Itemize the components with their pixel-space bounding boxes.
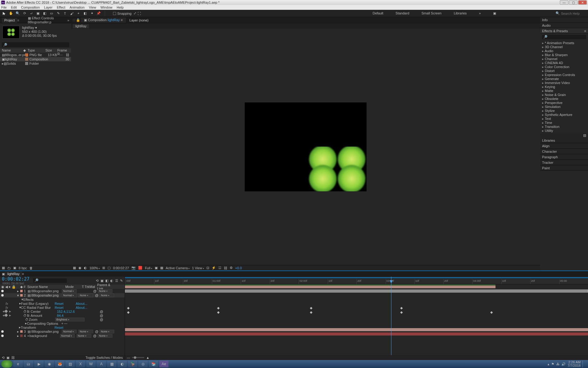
panel-effects-presets[interactable]: Effects & Presets ≡ [540,28,588,34]
brainstorm-icon[interactable]: ✎ [120,279,123,283]
toggle-shy-icon[interactable]: ⟲ [2,356,5,360]
transform-reset-link[interactable]: Reset [55,326,63,329]
snapping-checkbox-icon[interactable] [113,12,116,15]
clone-tool-icon[interactable]: ⌖ [76,11,81,16]
project-item-row[interactable]: ▤ 88logos..er.png PNG file 13 KB ⛓ [0,53,71,57]
col-size[interactable]: Size [45,48,57,53]
menu-view[interactable]: View [89,6,96,9]
timeline-layer-row[interactable]: ▸ 3 ▤ 88logosmaller.png Normal None @ No… [0,329,125,334]
timeline-layer-row[interactable]: ▸ 4 ▪ background Normal None @ None [0,334,125,338]
panel-info[interactable]: Info [540,17,588,23]
trkmat-dropdown[interactable]: None [78,293,93,297]
flowchart-icon[interactable]: ⛓ [224,266,227,270]
effects-category[interactable]: Keying [542,85,586,89]
property-row[interactable]: ◀▶⏱⊵Amount84.4@ [0,313,125,317]
visibility-toggle-icon[interactable] [1,335,4,337]
zoom-out-icon[interactable]: — [127,356,130,359]
effects-category[interactable]: CINEMA 4D [542,61,586,65]
timeline-search-input[interactable]: 🔎 [33,278,67,283]
effects-category[interactable]: Expression Controls [542,73,586,77]
menu-composition[interactable]: Composition [21,6,40,9]
disclosure-icon[interactable]: ▸ [17,289,19,293]
blend-mode-dropdown[interactable]: Normal [60,334,75,338]
taskbar-media-icon[interactable]: ▶ [34,361,43,367]
frame-blend-footer-icon[interactable]: ⛓ [11,356,15,359]
active-camera-dropdown[interactable]: Active Camera [166,266,190,270]
new-folder-icon[interactable]: 🗀 [7,266,11,270]
workspace-default[interactable]: Default [373,11,383,15]
roto-tool-icon[interactable]: ✦ [89,11,94,16]
current-timecode[interactable]: 0:00:02:27 [2,276,29,282]
workspace-overflow-icon[interactable]: » [479,11,481,15]
panel-paragraph[interactable]: Paragraph [540,154,588,160]
effects-category[interactable]: Perspective [542,101,586,105]
transparency-icon[interactable]: ▦ [160,266,163,270]
parent-dropdown[interactable]: None [98,289,112,293]
effects-category[interactable]: Matte [542,89,586,93]
panel-overflow-icon[interactable]: » [67,18,69,22]
motion-blur-icon[interactable]: ◐ [110,279,113,283]
effects-category[interactable]: 3D Channel [542,45,586,49]
keyframe-toggle-icon[interactable] [4,309,8,313]
keyframe-toggle-icon[interactable] [4,313,8,317]
work-area-bar[interactable] [125,277,588,278]
transform-group[interactable]: ▸ TransformReset [0,325,125,329]
start-button[interactable] [1,360,12,368]
pickwhip-icon[interactable]: @ [100,318,103,321]
effect-reset-link[interactable]: Reset [55,302,64,305]
taskbar-winrar-icon[interactable]: 📚 [149,361,158,367]
blend-mode-dropdown[interactable]: Normal [62,293,77,297]
composition-viewer[interactable] [71,29,540,265]
panel-libraries[interactable]: Libraries [540,138,588,143]
pickwhip-icon[interactable]: @ [100,310,103,313]
resolution-dropdown[interactable]: Full [145,266,152,270]
snap-opts-icon[interactable]: ⤢ [134,11,136,15]
taskbar-acrobat-icon[interactable]: A [97,361,106,367]
search-help[interactable]: 🔍 [556,11,586,15]
effects-category[interactable]: Text [542,117,586,121]
toggle-switches-button[interactable]: Toggle Switches / Modes [85,356,123,359]
region-icon[interactable]: ▣ [155,266,158,270]
bpc-toggle[interactable]: 8 bpc [19,266,27,270]
disclosure-icon[interactable]: ▾ [17,293,19,297]
taskbar-explorer-icon[interactable]: 🗂 [24,361,33,367]
project-item-row[interactable]: ▣ lightRay Composition 30 [0,57,71,61]
pickwhip-icon[interactable]: @ [100,314,103,317]
menu-edit[interactable]: Edit [11,6,17,9]
label-col-icon[interactable]: ◆ [23,48,26,53]
col-mode[interactable]: Mode [65,285,82,289]
zoom-level[interactable]: 100% [89,266,100,270]
close-button[interactable]: ✕ [578,0,587,5]
interpret-icon[interactable]: ▦ [2,266,5,270]
graph-editor-icon[interactable]: ☰ [115,279,118,283]
pickwhip-icon[interactable]: @ [93,289,96,293]
panel-tracker[interactable]: Tracker [540,160,588,165]
tray-up-icon[interactable]: ▴ [548,362,549,366]
property-value[interactable]: 152.4,112.6 [57,310,75,313]
magnification-icon[interactable]: ▦ [73,266,76,270]
orbit-tool-icon[interactable]: ⟳ [22,11,27,16]
puppet-tool-icon[interactable]: 📌 [96,11,101,16]
time-ruler[interactable]: :00f 10f 20f 01:00f 10f 20f 02:00f 10f 2… [125,277,588,285]
effects-category[interactable]: Transition [542,125,586,129]
stopwatch-icon[interactable]: ⏱ [25,318,29,321]
tab-layer[interactable]: Layer (none) [126,18,152,23]
effect-about-link[interactable]: About... [76,302,87,305]
col-trkmat[interactable]: T TrkMat [82,285,97,289]
effect-about-link[interactable]: About... [76,306,87,309]
effects-category[interactable]: Utility [542,129,586,133]
pen-tool-icon[interactable]: ✎ [56,11,61,16]
tab-composition[interactable]: ▣ Composition lightRay ≡ [81,17,126,23]
effects-search-input[interactable]: 🔎 [542,35,586,39]
menu-help[interactable]: Help [117,6,124,9]
trkmat-dropdown[interactable]: None [78,330,93,333]
render-icon[interactable]: ⚙ [230,266,233,270]
workspace-reset-icon[interactable]: ▣ [493,11,496,15]
tray-flag-icon[interactable]: ⚑ [551,362,554,366]
stopwatch-icon[interactable]: ⏱ [23,314,27,317]
fast-preview-icon[interactable]: ⚡ [212,266,216,270]
timeline-layer-row[interactable]: ▾ 2 ▤ 88logosmaller.png Normal None @ No… [0,293,125,297]
draft3d-icon[interactable]: ▣ [100,279,104,283]
blend-mode-dropdown[interactable]: Normal [62,330,77,333]
effects-category[interactable]: Obsolete [542,97,586,101]
